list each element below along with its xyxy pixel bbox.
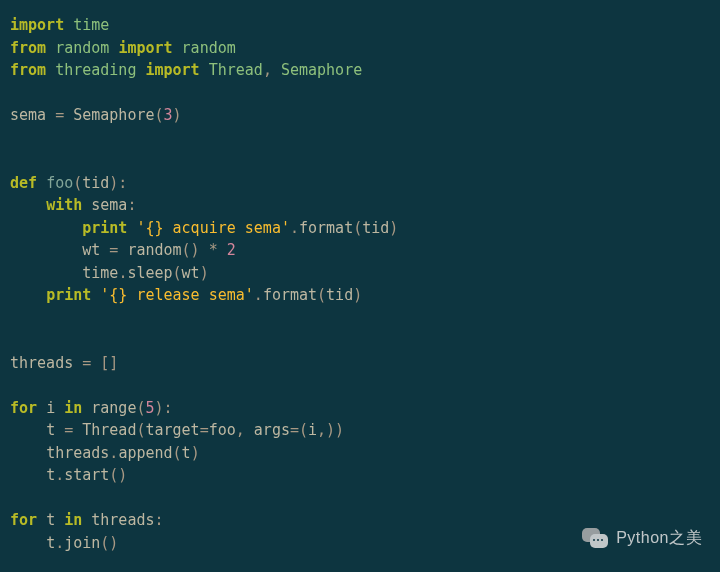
code-token bbox=[37, 399, 46, 417]
code-token: Thread bbox=[82, 421, 136, 439]
code-token: = bbox=[55, 106, 73, 124]
code-token: ( bbox=[73, 174, 82, 192]
code-token bbox=[10, 286, 46, 304]
code-token: i bbox=[308, 421, 317, 439]
code-token: append bbox=[118, 444, 172, 462]
code-token bbox=[10, 466, 46, 484]
code-token: t bbox=[46, 534, 55, 552]
code-token: = bbox=[109, 241, 127, 259]
code-token: threads bbox=[46, 444, 109, 462]
code-token: random bbox=[127, 241, 181, 259]
code-token: ( bbox=[173, 444, 182, 462]
code-token bbox=[82, 399, 91, 417]
code-token: t bbox=[46, 421, 64, 439]
code-token: for bbox=[10, 399, 37, 417]
code-token: i bbox=[46, 399, 55, 417]
code-token: foo bbox=[209, 421, 236, 439]
code-token: () bbox=[109, 466, 127, 484]
code-token: , bbox=[263, 61, 281, 79]
code-token bbox=[10, 444, 46, 462]
code-token: print bbox=[46, 286, 91, 304]
code-token: ) bbox=[389, 219, 398, 237]
code-token: random bbox=[55, 39, 109, 57]
code-token: import bbox=[10, 16, 64, 34]
code-token: wt bbox=[182, 264, 200, 282]
chat-bubbles-icon bbox=[582, 528, 608, 548]
code-token: = [] bbox=[82, 354, 118, 372]
code-token: sema bbox=[91, 196, 127, 214]
code-token: threads bbox=[91, 511, 154, 529]
code-token: ): bbox=[109, 174, 127, 192]
code-token: tid bbox=[362, 219, 389, 237]
code-token: ( bbox=[317, 286, 326, 304]
code-token: random bbox=[182, 39, 236, 57]
code-token: in bbox=[64, 511, 82, 529]
code-token: t bbox=[182, 444, 191, 462]
code-token bbox=[46, 39, 55, 57]
code-token: ) bbox=[173, 106, 182, 124]
code-token: threads bbox=[10, 354, 82, 372]
code-token: ( bbox=[155, 106, 164, 124]
code-token: ): bbox=[155, 399, 173, 417]
code-token: 3 bbox=[164, 106, 173, 124]
code-token bbox=[46, 61, 55, 79]
code-token: . bbox=[55, 534, 64, 552]
code-token: import bbox=[145, 61, 199, 79]
code-token: from bbox=[10, 39, 46, 57]
code-token: 2 bbox=[227, 241, 236, 259]
code-token: =( bbox=[290, 421, 308, 439]
code-token: ( bbox=[353, 219, 362, 237]
code-token: ) bbox=[353, 286, 362, 304]
code-token: Semaphore bbox=[73, 106, 154, 124]
code-token: sema bbox=[10, 106, 55, 124]
code-token: : bbox=[155, 511, 164, 529]
code-token: t bbox=[46, 466, 55, 484]
code-token: join bbox=[64, 534, 100, 552]
code-token: ) bbox=[191, 444, 200, 462]
code-token: time bbox=[82, 264, 118, 282]
code-token: sleep bbox=[127, 264, 172, 282]
code-token: start bbox=[64, 466, 109, 484]
watermark: Python之美 bbox=[582, 526, 702, 550]
code-token: , bbox=[236, 421, 254, 439]
code-token: '{} acquire sema' bbox=[136, 219, 290, 237]
code-token: ) bbox=[200, 264, 209, 282]
code-token: format bbox=[263, 286, 317, 304]
code-token: format bbox=[299, 219, 353, 237]
code-token bbox=[55, 511, 64, 529]
code-token bbox=[173, 39, 182, 57]
code-token: foo bbox=[46, 174, 73, 192]
code-token bbox=[10, 264, 82, 282]
code-token: . bbox=[55, 466, 64, 484]
code-token bbox=[10, 241, 82, 259]
code-token: args bbox=[254, 421, 290, 439]
code-token bbox=[37, 511, 46, 529]
code-token bbox=[10, 219, 82, 237]
code-token: * bbox=[209, 241, 227, 259]
code-token: () bbox=[182, 241, 209, 259]
code-token: . bbox=[254, 286, 263, 304]
code-block: import time from random import random fr… bbox=[0, 0, 720, 568]
code-token bbox=[82, 196, 91, 214]
code-token: for bbox=[10, 511, 37, 529]
code-token: tid bbox=[82, 174, 109, 192]
code-token bbox=[37, 174, 46, 192]
code-token: tid bbox=[326, 286, 353, 304]
code-token: '{} release sema' bbox=[100, 286, 254, 304]
code-token: target bbox=[145, 421, 199, 439]
code-token: with bbox=[46, 196, 82, 214]
code-token: ( bbox=[173, 264, 182, 282]
code-token: print bbox=[82, 219, 127, 237]
code-token bbox=[64, 16, 73, 34]
code-token: 5 bbox=[145, 399, 154, 417]
code-token: range bbox=[91, 399, 136, 417]
code-token bbox=[10, 421, 46, 439]
watermark-label: Python之美 bbox=[616, 526, 702, 550]
code-token bbox=[10, 534, 46, 552]
code-token: : bbox=[127, 196, 136, 214]
code-token: () bbox=[100, 534, 118, 552]
code-token: def bbox=[10, 174, 37, 192]
code-token: import bbox=[118, 39, 172, 57]
code-token bbox=[200, 61, 209, 79]
code-token: Thread bbox=[209, 61, 263, 79]
